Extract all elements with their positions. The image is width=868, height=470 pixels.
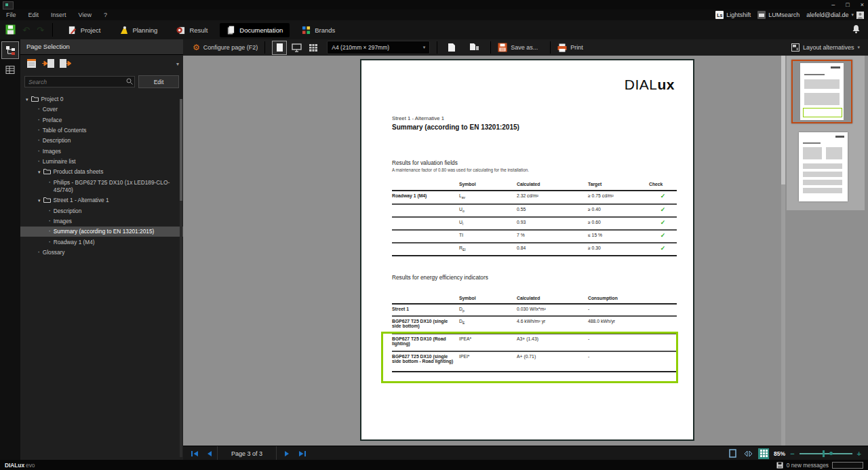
valuation-heading: Results for valuation fields — [392, 159, 458, 166]
search-row: Edit — [20, 73, 183, 92]
canvas-scrollbar[interactable] — [781, 56, 785, 446]
actual-size-button[interactable] — [758, 448, 769, 459]
previous-page-button[interactable] — [202, 446, 217, 461]
thumbnail-page-current[interactable] — [791, 60, 852, 123]
insert-page-after-button[interactable] — [59, 58, 72, 70]
tree-item[interactable]: Description — [20, 136, 183, 146]
page-tree: Project 0 Cover Preface Table of Content… — [20, 94, 183, 258]
tree-item[interactable]: Luminaire list — [20, 157, 183, 167]
document-page: DIALux Street 1 - Alternative 1 Summary … — [360, 59, 694, 441]
last-page-button[interactable] — [294, 446, 309, 461]
new-page-button[interactable] — [444, 41, 459, 55]
result-icon — [176, 26, 185, 35]
panel-scrollbar[interactable] — [180, 99, 182, 457]
zoom-out-button[interactable]: − — [790, 450, 794, 457]
lumsearch-button[interactable]: LUMsearch — [757, 11, 800, 19]
tree-item[interactable]: Images — [20, 216, 183, 226]
tree-item-project[interactable]: Project 0 — [20, 94, 183, 104]
tree-item[interactable]: Preface — [20, 115, 183, 125]
last-page-icon — [298, 450, 306, 457]
expand-caret-icon[interactable] — [38, 168, 41, 176]
tree-item[interactable]: Glossary — [20, 248, 183, 258]
next-page-button[interactable] — [279, 446, 294, 461]
tree-item-product-data-sheets[interactable]: Product data sheets — [20, 167, 183, 178]
tree-item[interactable]: Cover — [20, 104, 183, 115]
tree-item[interactable]: Philips - BGP627 T25 DX10 (1x LED189-CLO… — [20, 178, 183, 195]
chevron-down-icon[interactable]: ▾ — [176, 61, 179, 67]
tab-brands[interactable]: Brands — [295, 23, 342, 37]
undo-button[interactable]: ↶ — [22, 25, 30, 35]
bullet-icon — [38, 106, 40, 113]
save-button[interactable] — [5, 24, 16, 36]
tree-item-street1[interactable]: Street 1 - Alternative 1 — [20, 195, 183, 205]
page-view-icon — [276, 43, 283, 52]
fit-page-button[interactable] — [727, 448, 738, 459]
insert-page-after-icon — [59, 58, 72, 68]
search-input[interactable] — [24, 76, 135, 87]
insert-page-before-button[interactable] — [42, 58, 55, 70]
tree-item[interactable]: Images — [20, 146, 183, 156]
tree-item[interactable]: Description — [20, 205, 183, 216]
menu-help[interactable]: ? — [98, 12, 113, 18]
save-as-button[interactable]: Save as... — [498, 43, 538, 52]
zoom-level: 85% — [774, 450, 785, 457]
redo-button[interactable]: ↷ — [37, 25, 44, 35]
table-row: Ul 0.93 ≥ 0.60 ✓ — [392, 218, 677, 231]
app-icon — [3, 1, 14, 9]
close-button[interactable]: × — [861, 0, 864, 9]
page-structure-icon — [5, 45, 16, 56]
page-properties-rail-button[interactable] — [1, 61, 19, 79]
menu-view[interactable]: View — [73, 12, 98, 18]
maximize-button[interactable]: □ — [846, 0, 849, 9]
tab-planning[interactable]: Planning — [113, 23, 164, 37]
menu-insert[interactable]: Insert — [45, 12, 73, 18]
zoom-in-button[interactable]: + — [857, 450, 861, 457]
zoom-slider-dot — [829, 452, 833, 455]
expand-caret-icon[interactable] — [38, 197, 41, 204]
tree-item[interactable]: Table of Contents — [20, 125, 183, 135]
notifications-button[interactable] — [852, 25, 860, 35]
tab-documentation[interactable]: Documentation — [220, 23, 290, 37]
document-canvas[interactable]: DIALux Street 1 - Alternative 1 Summary … — [183, 56, 868, 446]
valuation-table: Symbol Calculated Target Check Roadway 1… — [392, 180, 677, 256]
zoom-slider-handle[interactable] — [823, 450, 825, 457]
add-chapter-button[interactable] — [26, 58, 38, 70]
lightshift-icon: Ls — [715, 11, 724, 19]
tree-item[interactable]: Roadway 1 (M4) — [20, 237, 183, 247]
duplicate-page-button[interactable] — [467, 41, 481, 55]
check-icon: ✓ — [660, 207, 666, 212]
account-menu[interactable]: alefeld@dial.de ▾ — [806, 12, 864, 19]
paper-format-dropdown[interactable]: A4 (210mm × 297mm) ▾ — [327, 41, 430, 54]
print-button[interactable]: Print — [557, 43, 583, 52]
menu-edit[interactable]: Edit — [22, 12, 45, 18]
monitor-icon — [292, 43, 302, 52]
grid-view-icon — [309, 43, 318, 52]
table-header-row: Symbol Calculated Consumption — [392, 294, 677, 305]
lightshift-button[interactable]: Ls Lightshift — [715, 11, 751, 19]
bullet-icon — [38, 249, 40, 256]
configure-page-button[interactable]: Configure page (F2) — [203, 44, 258, 51]
table-row: TI 7 % ≤ 15 % ✓ — [392, 231, 677, 243]
messages-status[interactable]: 0 new messages — [787, 462, 829, 469]
tab-result[interactable]: Result — [170, 23, 214, 37]
edit-button[interactable]: Edit — [138, 75, 179, 88]
table-view-button[interactable] — [306, 41, 321, 55]
layout-alternatives-button[interactable]: Layout alternatives ▾ — [791, 43, 860, 52]
screen-view-button[interactable] — [289, 41, 304, 55]
main-toolbar: ↶ ↷ Project Planning Result Documentatio… — [0, 20, 868, 40]
page-view-button[interactable] — [272, 41, 287, 55]
fit-width-button[interactable] — [743, 448, 753, 459]
insert-page-before-icon — [42, 58, 55, 68]
bullet-icon — [38, 127, 40, 134]
tab-project[interactable]: Project — [61, 23, 108, 37]
tree-item-summary[interactable]: Summary (according to EN 13201:2015) — [20, 227, 183, 237]
thumbnail-page-next[interactable] — [799, 132, 848, 201]
zoom-slider[interactable] — [800, 453, 852, 454]
minimize-button[interactable]: – — [831, 0, 835, 9]
menu-file[interactable]: File — [0, 12, 22, 18]
expand-caret-icon[interactable] — [26, 96, 28, 103]
first-page-button[interactable] — [187, 446, 202, 461]
document-toolbar: ⚙ Configure page (F2) A4 (210mm × 297mm)… — [183, 39, 868, 56]
page-selection-rail-button[interactable] — [1, 41, 19, 59]
table-row-highlighted: BGP627 T25 DX10 (single side bottom - Ro… — [392, 352, 677, 372]
